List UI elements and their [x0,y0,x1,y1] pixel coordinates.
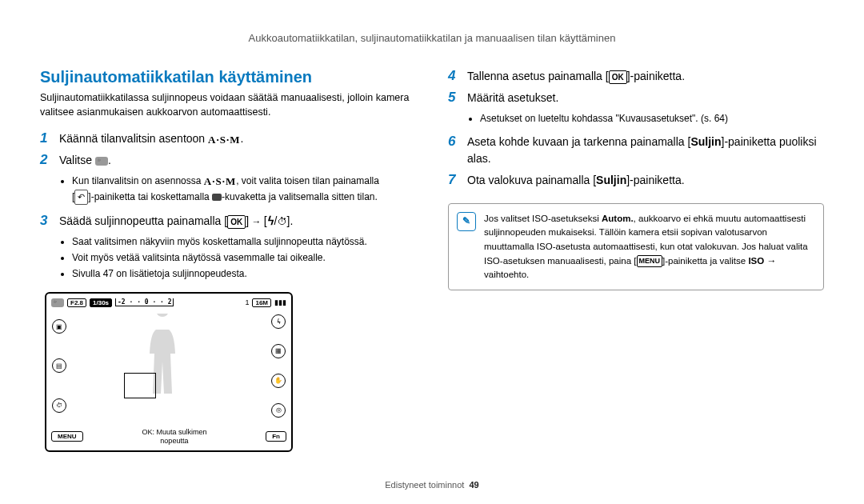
bullet-3b: Voit myös vetää valitsinta näytössä vase… [72,250,416,265]
camera-icon [212,194,222,201]
step-6-pre: Aseta kohde kuvaan ja tarkenna painamall… [467,135,690,148]
ok-icon: OK [609,70,627,84]
step-7-bold: Suljin [596,174,626,186]
step-6: 6 Aseta kohde kuvaan ja tarkenna painama… [448,134,824,167]
menu-icon: MENU [637,255,663,268]
asm-icon: A·S·M [208,132,240,148]
right-column: 4 Tallenna asetus painamalla [OK]-painik… [448,68,824,452]
af-icon: ◎ [271,403,286,418]
res-icon: ▦ [271,344,286,358]
asm-icon: A·S·M [204,174,236,190]
step-7-post: ]-painiketta. [626,174,684,186]
lcd-figure: F2.8 1/30s -2 · · 0 · · 2 1 16M ▮▮▮ ▣ ▤ … [45,292,293,452]
step-num-6: 6 [448,134,459,150]
step-num-4: 4 [448,68,459,84]
step-num-7: 7 [448,172,459,188]
step-num-3: 3 [40,213,51,229]
arrow-icon: → [249,216,264,227]
step-5-bullets: Asetukset on lueteltu kohdassa "Kuvausas… [466,111,824,126]
mode-icon: ▣ [52,319,66,334]
step-4-after: ]-painiketta. [627,70,685,82]
step-1: 1 Käännä tilanvalitsin asentoon A·S·M. [40,130,416,147]
lcd-hint: OK: Muuta sulkimennopeutta [83,428,266,446]
intro-text: Suljinautomatiikkatilassa suljinnopeus v… [40,91,416,119]
step-num-1: 1 [40,130,51,146]
arrow-icon: → [764,255,776,266]
lcd-fn-button: Fn [266,431,286,442]
step-5-text: Määritä asetukset. [467,90,824,106]
step-3-bullets: Saat valitsimen näkyviin myös koskettama… [58,234,416,281]
note-icon: ✎ [457,212,476,231]
mode-dial-icon [95,157,108,166]
lcd-right-icons: ϟ ▦ ✋ ◎ [270,307,286,425]
shutter-value: 1/30s [90,298,112,307]
step-3-text: Säädä suljinnopeutta painamalla [ [59,214,227,227]
timer-icon: ⏱ [278,214,287,229]
step-6-bold: Suljin [690,135,721,148]
bullet-2b-post: -kuvaketta ja valitsemalla sitten tilan. [222,191,378,202]
step-4: 4 Tallenna asetus painamalla [OK]-painik… [448,68,824,85]
left-column: Suljinautomatiikkatilan käyttäminen Sulj… [40,68,416,452]
step-2-text: Valitse [59,154,95,166]
step-num-5: 5 [448,90,459,106]
step-2: 2 Valitse . [40,152,416,169]
stabilizer-icon: ✋ [271,374,286,388]
bullet-2b-mid: ]-painiketta tai koskettamalla [88,191,212,202]
flash-mode-icon: ϟ [271,314,286,329]
bullet-3c: Sivulla 47 on lisätietoja suljinnopeudes… [72,266,416,281]
shot-count: 1 [245,298,249,306]
ok-icon: OK [227,215,246,229]
flash-icon: ϟ [267,214,274,227]
page-number: 49 [469,480,478,490]
size-indicator: 16M [252,298,271,307]
step-num-2: 2 [40,152,51,168]
step-4-text: Tallenna asetus painamalla [ [467,70,609,82]
footer-label: Edistyneet toiminnot [385,480,464,490]
step-2-after: . [108,154,111,166]
note-box: ✎ Jos valitset ISO-asetukseksi Autom., a… [448,203,824,290]
aperture-value: F2.8 [67,298,86,307]
step-5: 5 Määritä asetukset. [448,90,824,106]
mode-dial-icon [51,298,64,307]
battery-icon: ▮▮▮ [274,298,286,306]
note-text: Jos valitset ISO-asetukseksi Autom., auk… [484,212,815,282]
step-1-text: Käännä tilanvalitsin asentoon [59,132,208,145]
step-3: 3 Säädä suljinnopeutta painamalla [OK] →… [40,213,416,230]
bullet-2a-post: , voit valita toisen tilan painamalla [236,175,379,186]
page-header: Aukkoautomatiikkatilan, suljinautomatiik… [40,32,824,44]
bullet-2a-pre: Kun tilanvalitsin on asennossa [72,175,204,186]
bullet-5: Asetukset on lueteltu kohdassa "Kuvausas… [480,111,824,126]
back-icon: ↶ [74,190,88,205]
exposure-scale: -2 · · 0 · · 2 [115,298,174,306]
lcd-left-icons: ▣ ▤ ⏱ [51,307,67,425]
focus-area [124,373,156,398]
step-3-end: ]. [287,214,294,227]
timer-icon: ⏱ [52,398,66,413]
page-footer: Edistyneet toiminnot 49 [0,480,864,490]
step-2-bullets: Kun tilanvalitsin on asennossa A·S·M, vo… [58,174,416,205]
section-title: Suljinautomatiikkatilan käyttäminen [40,68,416,86]
bullet-3a: Saat valitsimen näkyviin myös koskettama… [72,234,416,249]
step-7: 7 Ota valokuva painamalla [Suljin]-paini… [448,172,824,189]
lcd-menu-button: MENU [51,431,83,442]
drive-icon: ▤ [52,358,66,373]
step-7-pre: Ota valokuva painamalla [ [467,174,596,186]
